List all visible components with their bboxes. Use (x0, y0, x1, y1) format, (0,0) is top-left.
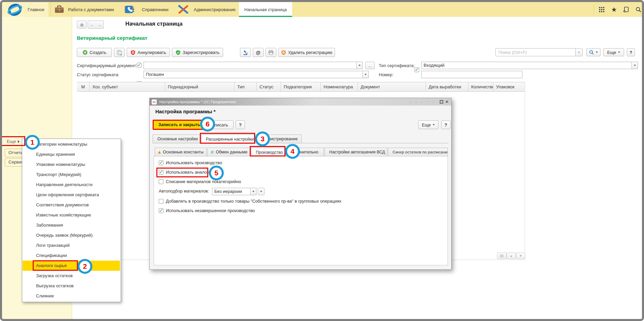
forward-button[interactable]: → (95, 21, 104, 29)
annul-button[interactable]: Аннулировать (127, 48, 170, 57)
menu-item-known-subjects[interactable]: Известные хозяйствующие (23, 210, 120, 220)
col-header-supervised[interactable]: Поднадзорный (165, 82, 235, 91)
option-use-wip: Использовать незавершенное производство (159, 208, 255, 213)
subtab-autoextinguish-vsd[interactable]: Настройки автогашения ВСД (325, 148, 387, 156)
certified-doc-combobox[interactable] (144, 62, 363, 69)
search-icon[interactable] (635, 6, 642, 13)
home-button[interactable] (77, 21, 87, 29)
search-dropdown-button[interactable] (586, 48, 601, 56)
sidebar-more-button[interactable]: Еще (7, 138, 20, 145)
clear-search-button[interactable]: × (575, 48, 583, 56)
use-production-label: Использовать производство (166, 160, 222, 165)
register-button[interactable]: Зарегистрировать (172, 48, 223, 57)
tab-documents[interactable]: Работа с документами (68, 7, 114, 12)
history-icon[interactable] (622, 6, 630, 13)
more-button[interactable]: Еще (603, 48, 624, 56)
maximize-button[interactable] (439, 99, 444, 105)
menu-item-unload-balances[interactable]: Выгрузка остатков (23, 281, 120, 291)
col-header-m[interactable]: М (77, 82, 90, 91)
divider (50, 2, 51, 17)
close-icon[interactable]: ✕ (444, 99, 450, 105)
col-header-subcategory[interactable]: Подкатегория (281, 82, 321, 91)
combo-dropdown-button[interactable] (632, 62, 638, 69)
use-analogs-checkbox[interactable] (159, 170, 163, 175)
scroll-down-button[interactable]: ▼ (516, 253, 525, 259)
cert-type-checkbox[interactable] (415, 67, 419, 72)
tab-main[interactable]: Главное (28, 7, 44, 12)
menu-item-cert-purposes[interactable]: Цели оформления сертфиката (23, 190, 120, 200)
create-button[interactable]: Создать (77, 48, 112, 57)
tab-home-page[interactable]: Начальная страница (239, 2, 292, 17)
home-icon (80, 23, 84, 27)
subtab-sync-balances[interactable]: Синхр остатков по расписанию (388, 148, 448, 156)
menu-item-transaction-logs[interactable]: Логи транзакций (23, 240, 120, 251)
tab-directories[interactable]: Справочники (142, 7, 168, 12)
col-header-nomenclature[interactable]: Номенклатура (321, 82, 358, 91)
col-header-packages[interactable]: Упаковок (493, 82, 525, 91)
combo-dropdown-button[interactable] (356, 62, 362, 69)
search-input[interactable] (495, 48, 576, 56)
copy-button[interactable] (114, 48, 125, 57)
menu-item-load-balances[interactable]: Загрузка остатков (23, 271, 120, 281)
dialog-titlebar[interactable]: 1С Настройка программы * (1С:Предприятие… (150, 98, 451, 106)
certified-doc-checkbox[interactable] (137, 63, 142, 67)
menu-item-request-queue[interactable]: Очередь заявок (Меркурий) (23, 230, 120, 240)
print-button[interactable] (266, 48, 276, 57)
favorites-star-icon[interactable]: ★ (610, 5, 618, 14)
tab-administration[interactable]: Администрирование (194, 7, 236, 12)
dialog-help-button-2[interactable]: ? (441, 120, 451, 129)
cert-type-combobox[interactable]: Входящий (421, 62, 638, 69)
subtab-basic-constants[interactable]: Основные константы (155, 148, 207, 156)
scroll-up-button[interactable]: ▲ (507, 253, 516, 259)
microscope-button[interactable] (240, 48, 251, 57)
add-own-production-checkbox[interactable] (159, 199, 163, 204)
store-settings-icon[interactable]: ▤ (407, 100, 413, 104)
table-header-row: М Хоз. субъект Поднадзорный Тип Статус П… (77, 82, 525, 92)
choose-doc-button[interactable]: ... (365, 62, 375, 69)
col-header-type[interactable]: Тип (235, 82, 257, 91)
dialog-more-button[interactable]: Еще (418, 120, 438, 129)
apps-grid-icon[interactable] (598, 6, 605, 12)
use-production-checkbox[interactable] (159, 160, 163, 165)
col-header-quantity[interactable]: Количество ... (468, 82, 493, 91)
delete-registration-button[interactable]: Удалить регистрацию (278, 48, 335, 57)
plus-circle-icon (83, 50, 88, 55)
col-header-prod-date[interactable]: Дата выработки (426, 82, 468, 91)
menu-item-raw-analogs[interactable]: Аналоги сырья (23, 261, 120, 271)
restore-settings-icon[interactable]: ▦ (413, 100, 419, 104)
cert-status-combobox[interactable]: Погашен (144, 71, 369, 78)
tab-basic-settings[interactable]: Основные настройки (153, 135, 201, 143)
subtab-basic-constants-label: Основные константы (163, 150, 204, 154)
autofit-extra-dropdown-button[interactable] (258, 188, 265, 195)
tab-extended-settings[interactable]: Расширенные настройки (201, 135, 254, 144)
writeoff-by-category-checkbox[interactable] (159, 179, 163, 184)
col-header-subject[interactable]: Хоз. субъект (90, 82, 165, 91)
save-and-close-button[interactable]: Записать и закрыть (153, 120, 203, 130)
menu-item-doc-correspondence[interactable]: Соответствия документов (23, 200, 120, 210)
menu-item-transport[interactable]: Транспорт (Меркурий) (23, 170, 120, 180)
font-smaller-icon[interactable]: М (425, 100, 430, 104)
col-header-document[interactable]: Документ (358, 82, 426, 91)
menu-item-merge[interactable]: Слияние (23, 291, 120, 301)
annul-button-label: Аннулировать (137, 50, 166, 55)
font-bigger-icon[interactable]: М (430, 100, 436, 104)
number-input[interactable] (421, 71, 522, 78)
menu-item-specifications[interactable]: Спецификации (23, 251, 120, 261)
top-panel: Главное Работа с документами (2, 2, 642, 17)
subtab-data-exchange[interactable]: Обмен данными (207, 148, 250, 156)
menu-item-storage-units[interactable]: Единицы хранения (23, 149, 120, 159)
autofit-materials-combobox[interactable]: Без иерархии (212, 188, 256, 195)
use-wip-checkbox[interactable] (159, 208, 163, 213)
help-button[interactable]: ? (627, 48, 635, 56)
menu-item-diseases[interactable]: Заболевания (23, 220, 120, 230)
table-settings-icon[interactable]: ▦ (419, 100, 425, 104)
subtab-production[interactable]: Производство (251, 148, 285, 157)
col-header-status[interactable]: Статус (257, 82, 281, 91)
combo-dropdown-button[interactable] (362, 71, 368, 78)
email-at-button[interactable]: @ (253, 48, 264, 57)
combo-dropdown-button[interactable] (250, 188, 256, 195)
menu-item-packings[interactable]: Упаковки номенклатуры (23, 159, 120, 170)
list-menu-button[interactable] (497, 253, 507, 259)
menu-item-activity-directions[interactable]: Направления деятельности (23, 180, 120, 190)
dialog-help-button[interactable]: ? (236, 120, 245, 129)
